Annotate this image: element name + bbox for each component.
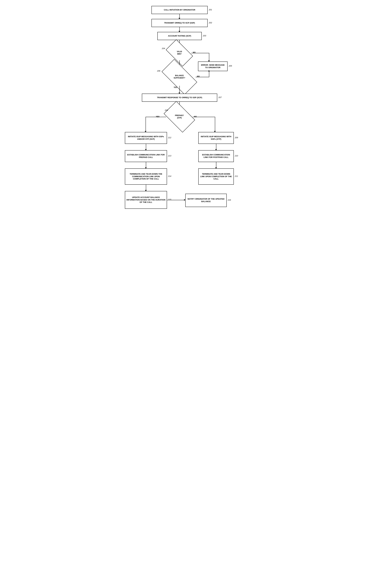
ref-205: 205 — [229, 65, 232, 67]
ref-210: 210 — [235, 155, 238, 157]
label-208-no: NO — [194, 116, 197, 118]
ref-215: 215 — [168, 198, 171, 201]
node-210: ESTABLISH COMMUNICATION LINK FOR POSTPAI… — [198, 150, 234, 162]
ref-208: 208 — [165, 109, 168, 111]
ref-202: 202 — [209, 21, 212, 24]
label-208-yes: YES — [156, 116, 160, 118]
node-214: TERMINATE AND TEAR-DOWN THE COMMUNICATIO… — [125, 168, 167, 185]
arrow-212-213 — [146, 144, 146, 150]
node-202: TRANSMIT ORREQ TO SCP (SSP) — [151, 19, 208, 27]
node-215: UPDATE ACCOUNT BALANCE INFORMATION BASED… — [125, 191, 167, 209]
node-205: ERROR: SEND MESSAGE TO ORIGINATOR — [198, 62, 228, 71]
diamond-text-204: VALID MIN? — [177, 50, 182, 55]
ref-216: 216 — [228, 199, 231, 201]
node-208: PREPAID? (STP) — [166, 108, 193, 126]
arrowhead-206-no — [208, 70, 210, 71]
ref-207: 207 — [218, 96, 222, 99]
arrow-208-yes-h — [146, 117, 166, 117]
node-203: ACCOUNT RATING (SCP) — [157, 32, 202, 40]
ref-204: 204 — [162, 47, 165, 50]
arrow-215-216 — [167, 200, 185, 200]
flowchart: CALL INITIATION BY ORIGINATOR 201 TRANSM… — [116, 3, 249, 240]
arrow-206-yes-v — [179, 86, 180, 93]
ref-203: 203 — [203, 35, 206, 37]
arrow-206-no-v — [209, 71, 209, 77]
node-206: BALANCE SUFFICIENT? — [163, 68, 196, 86]
arrow-210-211 — [216, 162, 216, 168]
arrow-208-no-h — [193, 117, 215, 117]
ref-206: 206 — [157, 70, 160, 72]
ref-213: 213 — [168, 155, 171, 157]
node-207: TRANSMIT RESPONSE TO ORREQ TO SSP (SCP) — [142, 94, 217, 102]
arrow-204-no-h — [191, 53, 209, 53]
node-216: NOTIFY ORIGINATOR OF THE UPDATED BALANCE — [185, 194, 227, 207]
arrow-208-yes-v — [146, 117, 146, 132]
arrow-209-210 — [216, 144, 216, 150]
node-211: TERMINATE AND TEAR-DOWN LINK UPON COMPLE… — [198, 168, 234, 185]
arrow-206-no-h — [196, 77, 209, 77]
ref-209: 209 — [235, 136, 238, 139]
arrow-213-214 — [146, 162, 146, 168]
diamond-text-208: PREPAID? (STP) — [175, 114, 184, 119]
diamond-text-206: BALANCE SUFFICIENT? — [174, 75, 185, 79]
ref-212: 212 — [168, 136, 171, 139]
arrow-204-no-v — [209, 53, 209, 61]
arrow-214-215 — [146, 185, 146, 191]
node-204: VALID MIN? — [168, 46, 191, 60]
ref-211: 211 — [235, 175, 238, 177]
ref-214: 214 — [168, 175, 171, 177]
label-206-yes: YES — [174, 86, 177, 88]
arrowhead-215-216 — [184, 199, 185, 201]
node-201: CALL INITIATION BY ORIGINATOR — [151, 6, 208, 14]
node-212: INITIATE ISUP MESSAGING WITH SSPs AND/OR… — [125, 132, 167, 144]
arrow-208-no-v — [215, 117, 215, 132]
node-213: ESTABLISH COMMUNICATION LINK FOR PREPAID… — [125, 150, 167, 162]
node-209: INITIATE ISUP MESSAGING WITH SSPs (STP) — [198, 132, 234, 144]
ref-201: 201 — [209, 9, 212, 11]
